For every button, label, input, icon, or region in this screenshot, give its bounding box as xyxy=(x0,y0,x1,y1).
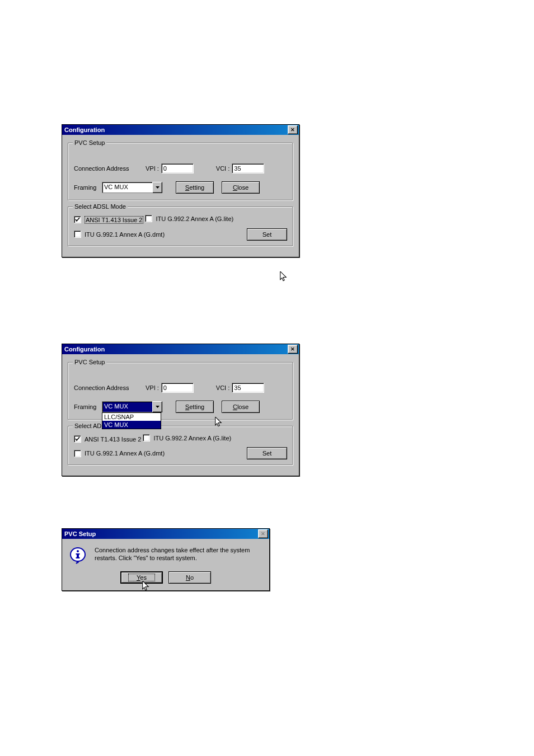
framing-option-llcsnap[interactable]: LLC/SNAP xyxy=(102,413,161,421)
adsl-opt-glite-label: ITU G.992.2 Annex A (G.lite) xyxy=(156,215,233,222)
svg-rect-5 xyxy=(76,553,80,555)
vpi-label: VPI : xyxy=(146,384,159,391)
chevron-down-icon[interactable] xyxy=(152,182,162,193)
adsl-opt-glite-label: ITU G.992.2 Annex A (G.lite) xyxy=(153,435,231,442)
adsl-opt-gdmt[interactable]: ITU G.992.1 Annex A (G.dmt) xyxy=(74,450,165,457)
adsl-opt-ansi[interactable]: ANSI T1.413 Issue 2 xyxy=(74,435,141,443)
close-button[interactable]: Close xyxy=(222,181,260,194)
chevron-down-icon[interactable] xyxy=(152,401,162,412)
svg-rect-6 xyxy=(76,557,80,558)
vci-label: VCI : xyxy=(216,165,229,172)
framing-value: VC MUX xyxy=(102,182,152,193)
adsl-mode-group: Select ADSL Mode ANSI T1.413 Issue 2 ITU… xyxy=(68,426,293,466)
pvc-setup-group: PVC Setup Connection Address VPI : VCI :… xyxy=(68,362,293,420)
close-icon[interactable]: ✕ xyxy=(288,125,298,134)
adsl-opt-gdmt[interactable]: ITU G.992.1 Annex A (G.dmt) xyxy=(74,231,165,238)
no-button[interactable]: No xyxy=(168,571,211,584)
configuration-dialog-1: Configuration ✕ PVC Setup Connection Add… xyxy=(62,124,299,257)
pvc-legend: PVC Setup xyxy=(73,359,106,365)
configuration-dialog-2: Configuration ✕ PVC Setup Connection Add… xyxy=(62,344,299,476)
vpi-input[interactable] xyxy=(161,163,194,173)
connection-address-label: Connection Address xyxy=(74,165,146,172)
connection-address-label: Connection Address xyxy=(74,384,146,391)
adsl-legend: Select ADSL Mode xyxy=(73,203,128,210)
titlebar[interactable]: PVC Setup ✕ xyxy=(62,529,269,539)
framing-label: Framing xyxy=(74,403,102,410)
vpi-input[interactable] xyxy=(161,383,194,393)
adsl-opt-gdmt-label: ITU G.992.1 Annex A (G.dmt) xyxy=(85,450,165,457)
vpi-label: VPI : xyxy=(146,165,159,172)
setting-button[interactable]: Setting xyxy=(176,181,214,194)
svg-marker-0 xyxy=(156,186,160,189)
adsl-mode-group: Select ADSL Mode ANSI T1.413 Issue 2 ITU… xyxy=(68,206,293,247)
set-button[interactable]: Set xyxy=(247,228,287,241)
vci-input[interactable] xyxy=(232,383,264,393)
close-icon[interactable]: ✕ xyxy=(258,529,268,538)
setting-button[interactable]: Setting xyxy=(176,401,214,413)
window-title: PVC Setup xyxy=(64,530,258,537)
framing-dropdown[interactable]: LLC/SNAP VC MUX xyxy=(102,412,161,429)
titlebar[interactable]: Configuration ✕ xyxy=(62,344,299,354)
adsl-opt-gdmt-label: ITU G.992.1 Annex A (G.dmt) xyxy=(85,231,165,238)
svg-marker-1 xyxy=(156,406,160,408)
yes-button[interactable]: Yes xyxy=(120,571,163,584)
adsl-opt-ansi-label: ANSI T1.413 Issue 2 xyxy=(85,216,143,224)
info-icon xyxy=(69,547,87,565)
pvc-setup-group: PVC Setup Connection Address VPI : VCI :… xyxy=(68,143,293,201)
set-button[interactable]: Set xyxy=(247,447,287,459)
framing-combo[interactable]: VC MUX LLC/SNAP VC MUX xyxy=(102,401,162,412)
vci-input[interactable] xyxy=(232,163,264,173)
cursor-icon xyxy=(279,271,288,283)
adsl-opt-glite[interactable]: ITU G.992.2 Annex A (G.lite) xyxy=(143,434,231,442)
framing-value: VC MUX xyxy=(102,401,152,412)
vci-label: VCI : xyxy=(216,384,229,391)
adsl-opt-glite[interactable]: ITU G.992.2 Annex A (G.lite) xyxy=(145,215,233,222)
msgbox-text: Connection address changes take effect a… xyxy=(95,547,263,565)
pvc-setup-msgbox: PVC Setup ✕ Connection address changes t… xyxy=(62,528,270,591)
framing-label: Framing xyxy=(74,184,102,191)
svg-point-3 xyxy=(77,550,79,552)
adsl-opt-ansi[interactable]: ANSI T1.413 Issue 2 xyxy=(74,216,143,224)
window-title: Configuration xyxy=(64,126,288,133)
framing-option-vcmux[interactable]: VC MUX xyxy=(102,421,161,429)
window-title: Configuration xyxy=(64,346,288,353)
close-button[interactable]: Close xyxy=(222,401,260,413)
adsl-opt-ansi-label: ANSI T1.413 Issue 2 xyxy=(85,436,141,443)
close-icon[interactable]: ✕ xyxy=(288,345,298,354)
pvc-legend: PVC Setup xyxy=(73,139,106,146)
titlebar[interactable]: Configuration ✕ xyxy=(62,125,299,135)
framing-combo[interactable]: VC MUX xyxy=(102,182,162,193)
